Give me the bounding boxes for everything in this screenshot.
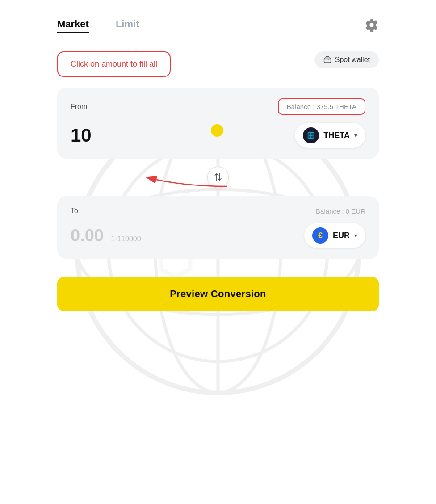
tab-group: Market Limit: [57, 18, 139, 33]
swap-button[interactable]: ⇅: [207, 167, 229, 188]
to-card: To Balance : 0 EUR 0.00 1-110000 € EUR ▾: [57, 196, 379, 259]
eur-icon: €: [312, 227, 328, 244]
from-balance-box[interactable]: Balance : 375.5 THETA: [278, 98, 365, 115]
spot-wallet-label: Spot wallet: [335, 56, 370, 64]
to-range-hint: 1-110000: [111, 235, 141, 243]
from-currency-name: THETA: [323, 131, 350, 140]
click-hint-box[interactable]: Click on amount to fill all: [57, 51, 171, 77]
svg-rect-7: [324, 58, 331, 63]
settings-button[interactable]: [365, 18, 379, 34]
from-chevron-icon: ▾: [354, 132, 357, 139]
from-card-header: From Balance : 375.5 THETA: [71, 98, 365, 115]
gear-icon: [365, 18, 379, 32]
from-currency-selector[interactable]: THETA ▾: [295, 123, 365, 148]
to-amount[interactable]: 0.00: [71, 226, 104, 245]
to-card-header: To Balance : 0 EUR: [71, 207, 365, 215]
to-label: To: [71, 207, 78, 215]
from-card: From Balance : 375.5 THETA 10 THETA ▾: [57, 88, 379, 159]
preview-conversion-button[interactable]: Preview Conversion: [57, 277, 379, 311]
from-label: From: [71, 103, 87, 111]
tab-limit[interactable]: Limit: [116, 18, 139, 33]
annotation-row: Click on amount to fill all Spot wallet: [57, 51, 379, 77]
spot-wallet-button[interactable]: Spot wallet: [314, 51, 379, 68]
eur-symbol: €: [318, 231, 323, 240]
to-balance: Balance : 0 EUR: [316, 207, 365, 215]
to-currency-selector[interactable]: € EUR ▾: [304, 223, 365, 248]
tabs-row: Market Limit: [57, 18, 379, 34]
from-card-body: 10 THETA ▾: [71, 123, 365, 148]
wallet-icon: [323, 56, 331, 64]
swap-row: ⇅: [57, 159, 379, 196]
to-card-body: 0.00 1-110000 € EUR ▾: [71, 223, 365, 248]
tab-market[interactable]: Market: [57, 18, 89, 33]
to-chevron-icon: ▾: [354, 232, 357, 239]
to-currency-name: EUR: [333, 231, 350, 240]
theta-icon: [303, 127, 319, 143]
from-amount[interactable]: 10: [71, 125, 92, 146]
